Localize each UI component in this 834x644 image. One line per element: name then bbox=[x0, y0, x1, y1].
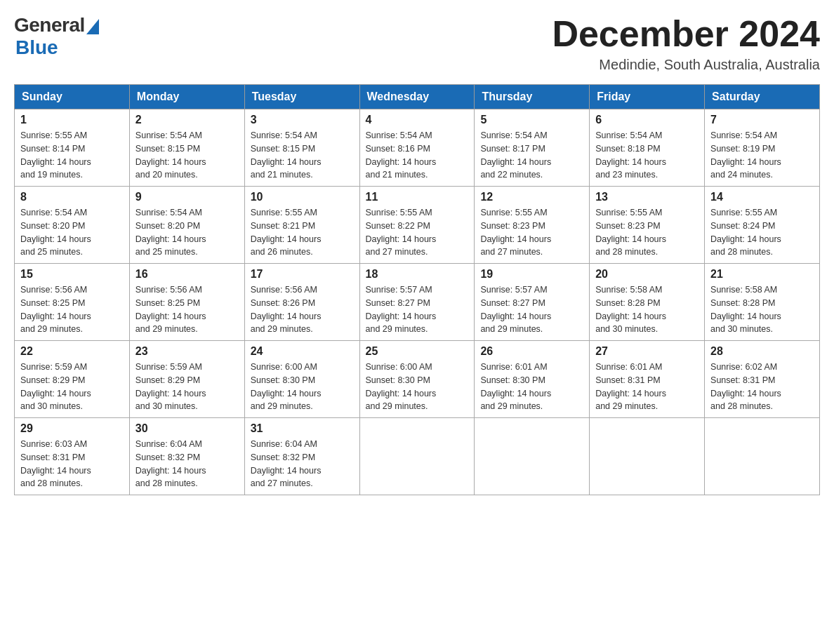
day-number: 26 bbox=[480, 345, 583, 358]
day-number: 8 bbox=[20, 191, 124, 203]
day-cell-6: 6Sunrise: 5:54 AMSunset: 8:18 PMDaylight… bbox=[590, 109, 705, 187]
day-number: 18 bbox=[366, 268, 469, 281]
day-cell-22: 22Sunrise: 5:59 AMSunset: 8:29 PMDayligh… bbox=[15, 341, 130, 418]
day-cell-29: 29Sunrise: 6:03 AMSunset: 8:31 PMDayligh… bbox=[15, 418, 130, 495]
day-number: 4 bbox=[366, 114, 469, 126]
day-cell-18: 18Sunrise: 5:57 AMSunset: 8:27 PMDayligh… bbox=[359, 264, 475, 341]
day-number: 5 bbox=[480, 114, 583, 126]
day-header-wednesday: Wednesday bbox=[359, 85, 475, 109]
day-number: 2 bbox=[135, 114, 239, 126]
day-cell-24: 24Sunrise: 6:00 AMSunset: 8:30 PMDayligh… bbox=[244, 341, 359, 418]
title-section: December 2024 Medindie, South Australia,… bbox=[552, 14, 820, 73]
day-number: 1 bbox=[20, 114, 124, 126]
day-number: 24 bbox=[251, 345, 354, 358]
day-cell-3: 3Sunrise: 5:54 AMSunset: 8:15 PMDaylight… bbox=[244, 109, 359, 187]
day-number: 22 bbox=[20, 345, 124, 358]
day-info: Sunrise: 5:58 AMSunset: 8:28 PMDaylight:… bbox=[710, 283, 814, 336]
week-row-4: 22Sunrise: 5:59 AMSunset: 8:29 PMDayligh… bbox=[15, 341, 820, 418]
day-cell-11: 11Sunrise: 5:55 AMSunset: 8:22 PMDayligh… bbox=[359, 187, 475, 264]
day-info: Sunrise: 5:54 AMSunset: 8:17 PMDaylight:… bbox=[480, 129, 583, 182]
logo-triangle-icon bbox=[86, 19, 99, 34]
day-number: 7 bbox=[710, 114, 814, 126]
day-number: 29 bbox=[20, 422, 124, 435]
month-title: December 2024 bbox=[552, 14, 820, 54]
day-number: 16 bbox=[135, 268, 239, 281]
empty-cell bbox=[705, 418, 820, 495]
empty-cell bbox=[590, 418, 705, 495]
day-info: Sunrise: 5:55 AMSunset: 8:23 PMDaylight:… bbox=[595, 206, 699, 259]
day-cell-12: 12Sunrise: 5:55 AMSunset: 8:23 PMDayligh… bbox=[475, 187, 590, 264]
empty-cell bbox=[359, 418, 475, 495]
day-cell-19: 19Sunrise: 5:57 AMSunset: 8:27 PMDayligh… bbox=[475, 264, 590, 341]
day-cell-20: 20Sunrise: 5:58 AMSunset: 8:28 PMDayligh… bbox=[590, 264, 705, 341]
logo: General Blue bbox=[14, 14, 99, 59]
day-cell-5: 5Sunrise: 5:54 AMSunset: 8:17 PMDaylight… bbox=[475, 109, 590, 187]
day-info: Sunrise: 5:57 AMSunset: 8:27 PMDaylight:… bbox=[366, 283, 469, 336]
day-info: Sunrise: 5:55 AMSunset: 8:22 PMDaylight:… bbox=[366, 206, 469, 259]
day-cell-26: 26Sunrise: 6:01 AMSunset: 8:30 PMDayligh… bbox=[475, 341, 590, 418]
logo-blue-text: Blue bbox=[15, 36, 58, 59]
day-cell-14: 14Sunrise: 5:55 AMSunset: 8:24 PMDayligh… bbox=[705, 187, 820, 264]
day-header-sunday: Sunday bbox=[15, 85, 130, 109]
day-header-saturday: Saturday bbox=[705, 85, 820, 109]
day-number: 31 bbox=[251, 422, 354, 435]
day-info: Sunrise: 6:04 AMSunset: 8:32 PMDaylight:… bbox=[251, 438, 354, 490]
day-number: 27 bbox=[595, 345, 699, 358]
day-info: Sunrise: 6:00 AMSunset: 8:30 PMDaylight:… bbox=[251, 361, 354, 413]
day-number: 12 bbox=[480, 191, 583, 203]
day-number: 13 bbox=[595, 191, 699, 203]
day-info: Sunrise: 6:03 AMSunset: 8:31 PMDaylight:… bbox=[20, 438, 124, 490]
day-info: Sunrise: 6:01 AMSunset: 8:30 PMDaylight:… bbox=[480, 361, 583, 413]
day-cell-30: 30Sunrise: 6:04 AMSunset: 8:32 PMDayligh… bbox=[129, 418, 244, 495]
day-number: 25 bbox=[366, 345, 469, 358]
day-cell-23: 23Sunrise: 5:59 AMSunset: 8:29 PMDayligh… bbox=[129, 341, 244, 418]
day-cell-31: 31Sunrise: 6:04 AMSunset: 8:32 PMDayligh… bbox=[244, 418, 359, 495]
day-info: Sunrise: 5:57 AMSunset: 8:27 PMDaylight:… bbox=[480, 283, 583, 336]
location-text: Medindie, South Australia, Australia bbox=[552, 57, 820, 73]
day-header-tuesday: Tuesday bbox=[244, 85, 359, 109]
day-header-monday: Monday bbox=[129, 85, 244, 109]
week-row-1: 1Sunrise: 5:55 AMSunset: 8:14 PMDaylight… bbox=[15, 109, 820, 187]
day-info: Sunrise: 5:55 AMSunset: 8:21 PMDaylight:… bbox=[251, 206, 354, 259]
day-number: 23 bbox=[135, 345, 239, 358]
calendar-header-row: SundayMondayTuesdayWednesdayThursdayFrid… bbox=[15, 85, 820, 109]
day-number: 15 bbox=[20, 268, 124, 281]
day-info: Sunrise: 5:55 AMSunset: 8:23 PMDaylight:… bbox=[480, 206, 583, 259]
day-info: Sunrise: 5:55 AMSunset: 8:24 PMDaylight:… bbox=[710, 206, 814, 259]
day-cell-21: 21Sunrise: 5:58 AMSunset: 8:28 PMDayligh… bbox=[705, 264, 820, 341]
day-info: Sunrise: 5:54 AMSunset: 8:15 PMDaylight:… bbox=[251, 129, 354, 182]
day-info: Sunrise: 5:54 AMSunset: 8:20 PMDaylight:… bbox=[20, 206, 124, 259]
day-number: 9 bbox=[135, 191, 239, 203]
week-row-3: 15Sunrise: 5:56 AMSunset: 8:25 PMDayligh… bbox=[15, 264, 820, 341]
day-info: Sunrise: 6:00 AMSunset: 8:30 PMDaylight:… bbox=[366, 361, 469, 413]
day-number: 11 bbox=[366, 191, 469, 203]
day-info: Sunrise: 5:54 AMSunset: 8:20 PMDaylight:… bbox=[135, 206, 239, 259]
day-info: Sunrise: 5:58 AMSunset: 8:28 PMDaylight:… bbox=[595, 283, 699, 336]
day-cell-17: 17Sunrise: 5:56 AMSunset: 8:26 PMDayligh… bbox=[244, 264, 359, 341]
day-number: 3 bbox=[251, 114, 354, 126]
day-cell-8: 8Sunrise: 5:54 AMSunset: 8:20 PMDaylight… bbox=[15, 187, 130, 264]
day-info: Sunrise: 6:01 AMSunset: 8:31 PMDaylight:… bbox=[595, 361, 699, 413]
day-cell-9: 9Sunrise: 5:54 AMSunset: 8:20 PMDaylight… bbox=[129, 187, 244, 264]
day-cell-2: 2Sunrise: 5:54 AMSunset: 8:15 PMDaylight… bbox=[129, 109, 244, 187]
day-number: 20 bbox=[595, 268, 699, 281]
day-info: Sunrise: 5:54 AMSunset: 8:16 PMDaylight:… bbox=[366, 129, 469, 182]
week-row-5: 29Sunrise: 6:03 AMSunset: 8:31 PMDayligh… bbox=[15, 418, 820, 495]
day-info: Sunrise: 6:04 AMSunset: 8:32 PMDaylight:… bbox=[135, 438, 239, 490]
day-number: 6 bbox=[595, 114, 699, 126]
day-info: Sunrise: 5:55 AMSunset: 8:14 PMDaylight:… bbox=[20, 129, 124, 182]
day-cell-16: 16Sunrise: 5:56 AMSunset: 8:25 PMDayligh… bbox=[129, 264, 244, 341]
day-info: Sunrise: 5:59 AMSunset: 8:29 PMDaylight:… bbox=[135, 361, 239, 413]
day-info: Sunrise: 5:56 AMSunset: 8:25 PMDaylight:… bbox=[135, 283, 239, 336]
day-info: Sunrise: 5:59 AMSunset: 8:29 PMDaylight:… bbox=[20, 361, 124, 413]
day-header-friday: Friday bbox=[590, 85, 705, 109]
day-cell-4: 4Sunrise: 5:54 AMSunset: 8:16 PMDaylight… bbox=[359, 109, 475, 187]
day-number: 21 bbox=[710, 268, 814, 281]
day-number: 14 bbox=[710, 191, 814, 203]
day-number: 10 bbox=[251, 191, 354, 203]
day-cell-28: 28Sunrise: 6:02 AMSunset: 8:31 PMDayligh… bbox=[705, 341, 820, 418]
week-row-2: 8Sunrise: 5:54 AMSunset: 8:20 PMDaylight… bbox=[15, 187, 820, 264]
day-info: Sunrise: 5:56 AMSunset: 8:25 PMDaylight:… bbox=[20, 283, 124, 336]
day-info: Sunrise: 5:54 AMSunset: 8:15 PMDaylight:… bbox=[135, 129, 239, 182]
day-cell-1: 1Sunrise: 5:55 AMSunset: 8:14 PMDaylight… bbox=[15, 109, 130, 187]
